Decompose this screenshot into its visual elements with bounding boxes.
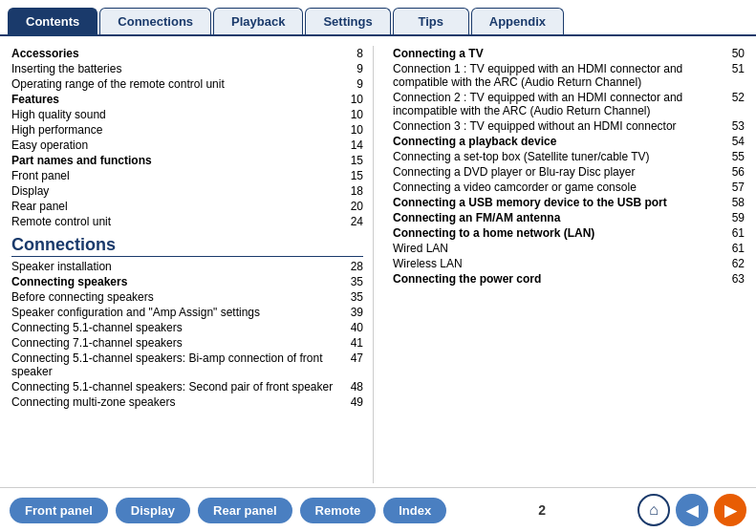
toc-item-page: 61 — [718, 225, 745, 241]
toc-item: Display18 — [11, 183, 363, 199]
toc-item: Connecting 7.1-channel speakers41 — [11, 335, 363, 351]
toc-item-label: Operating range of the remote control un… — [11, 76, 336, 92]
toc-item-label: Connecting a set-top box (Satellite tune… — [393, 149, 718, 164]
toc-item-label: Rear panel — [11, 199, 336, 214]
toc-item-page: 15 — [336, 168, 363, 183]
right-table: Connecting a TV50Connection 1 : TV equip… — [393, 46, 745, 287]
toc-item: Connecting multi-zone speakers49 — [11, 394, 363, 410]
toc-item-label: Connecting a playback device — [393, 134, 718, 149]
toc-item-label: Connecting a USB memory device to the US… — [393, 195, 718, 210]
toc-item-label: Connecting 5.1-channel speakers: Bi-amp … — [11, 351, 336, 379]
tab-settings[interactable]: Settings — [305, 8, 390, 34]
toc-section-features: Features10High quality sound10High perfo… — [11, 92, 363, 153]
toc-group-header: Features10 — [11, 92, 363, 107]
left-column: Accessories8Inserting the batteries9Oper… — [11, 46, 374, 483]
tab-playback[interactable]: Playback — [213, 8, 303, 34]
footer-right: ⌂ ◀ ▶ — [637, 494, 746, 526]
toc-item-label: Wireless LAN — [393, 256, 718, 271]
tabs-bar: ContentsConnectionsPlaybackSettingsTipsA… — [0, 0, 756, 36]
toc-group-page: 15 — [336, 153, 363, 168]
next-button[interactable]: ▶ — [714, 494, 746, 526]
toc-item-label: Speaker installation — [11, 259, 336, 274]
toc-item: Connecting a USB memory device to the US… — [393, 195, 745, 210]
toc-item-page: 61 — [718, 241, 745, 256]
toc-group-header: Accessories8 — [11, 46, 363, 61]
toc-item-page: 41 — [336, 335, 363, 351]
connections-table: Speaker installation28Connecting speaker… — [11, 259, 363, 410]
toc-section-accessories: Accessories8Inserting the batteries9Oper… — [11, 46, 363, 92]
toc-item-label: Speaker configuration and "Amp Assign" s… — [11, 305, 336, 320]
toc-item: Inserting the batteries9 — [11, 61, 363, 76]
prev-button[interactable]: ◀ — [676, 494, 708, 526]
toc-item-page: 48 — [336, 379, 363, 394]
display-button[interactable]: Display — [116, 498, 190, 523]
toc-item: Connecting a playback device54 — [393, 134, 745, 149]
toc-item: Connecting to a home network (LAN)61 — [393, 225, 745, 241]
toc-item: Wireless LAN62 — [393, 256, 745, 271]
toc-item-label: Connecting 5.1-channel speakers — [11, 320, 336, 335]
index-button[interactable]: Index — [383, 498, 446, 523]
toc-item-page: 62 — [718, 256, 745, 271]
toc-item-label: Connecting 7.1-channel speakers — [11, 335, 336, 351]
toc-item-label: Connecting a video camcorder or game con… — [393, 180, 718, 195]
front-panel-button[interactable]: Front panel — [10, 498, 108, 523]
toc-item: Rear panel20 — [11, 199, 363, 214]
toc-item: High performance10 — [11, 122, 363, 138]
toc-item-label: High performance — [11, 122, 336, 138]
toc-item-label: Connecting an FM/AM antenna — [393, 210, 718, 225]
toc-item: Connecting 5.1-channel speakers40 — [11, 320, 363, 335]
toc-item-label: Connecting to a home network (LAN) — [393, 225, 718, 241]
rear-panel-button[interactable]: Rear panel — [198, 498, 292, 523]
toc-item: Easy operation14 — [11, 138, 363, 153]
toc-item-page: 50 — [718, 46, 745, 61]
toc-item-page: 40 — [336, 320, 363, 335]
toc-item: Connecting the power cord63 — [393, 271, 745, 287]
toc-group-header: Part names and functions15 — [11, 153, 363, 168]
toc-item: Connection 2 : TV equipped with an HDMI … — [393, 90, 745, 118]
tab-appendix[interactable]: Appendix — [471, 8, 564, 34]
tab-tips[interactable]: Tips — [393, 8, 469, 34]
toc-item: Connecting a TV50 — [393, 46, 745, 61]
toc-section-part-names-and-functions: Part names and functions15Front panel15D… — [11, 153, 363, 229]
toc-item-page: 51 — [718, 61, 745, 90]
left-top-sections: Accessories8Inserting the batteries9Oper… — [11, 46, 363, 229]
toc-item-page: 39 — [336, 305, 363, 320]
tab-connections[interactable]: Connections — [99, 8, 211, 34]
toc-item-label: Connection 2 : TV equipped with an HDMI … — [393, 90, 718, 118]
home-button[interactable]: ⌂ — [637, 494, 670, 526]
toc-item: Connecting 5.1-channel speakers: Bi-amp … — [11, 351, 363, 379]
toc-item: Operating range of the remote control un… — [11, 76, 363, 92]
toc-item-page: 57 — [718, 180, 745, 195]
toc-item-label: Connecting 5.1-channel speakers: Second … — [11, 379, 336, 394]
toc-item-label: Connecting the power cord — [393, 271, 718, 287]
toc-item-page: 49 — [336, 394, 363, 410]
main-content: Accessories8Inserting the batteries9Oper… — [0, 36, 756, 487]
toc-item-page: 58 — [718, 195, 745, 210]
toc-item: Connecting a video camcorder or game con… — [393, 180, 745, 195]
toc-group-label: Part names and functions — [11, 153, 336, 168]
toc-group-label: Accessories — [11, 46, 336, 61]
toc-item-page: 14 — [336, 138, 363, 153]
toc-item-label: Display — [11, 183, 336, 199]
toc-item-page: 55 — [718, 149, 745, 164]
toc-group-page: 8 — [336, 46, 363, 61]
toc-item-page: 9 — [336, 61, 363, 76]
toc-item-label: Wired LAN — [393, 241, 718, 256]
toc-item-label: Connection 3 : TV equipped without an HD… — [393, 118, 718, 134]
toc-item-page: 18 — [336, 183, 363, 199]
toc-item: Before connecting speakers35 — [11, 289, 363, 305]
toc-item-page: 53 — [718, 118, 745, 134]
remote-button[interactable]: Remote — [300, 498, 377, 523]
toc-item-label: Connecting a DVD player or Blu-ray Disc … — [393, 164, 718, 180]
toc-item-label: Easy operation — [11, 138, 336, 153]
tab-contents[interactable]: Contents — [8, 8, 97, 34]
toc-item-page: 20 — [336, 199, 363, 214]
toc-item: Connecting a set-top box (Satellite tune… — [393, 149, 745, 164]
toc-item-page: 47 — [336, 351, 363, 379]
toc-item: Connection 3 : TV equipped without an HD… — [393, 118, 745, 134]
connections-section-title: Connections — [11, 235, 363, 257]
toc-item: High quality sound10 — [11, 107, 363, 122]
toc-group-label: Features — [11, 92, 336, 107]
toc-group-page: 10 — [336, 92, 363, 107]
toc-item-label: Before connecting speakers — [11, 289, 336, 305]
